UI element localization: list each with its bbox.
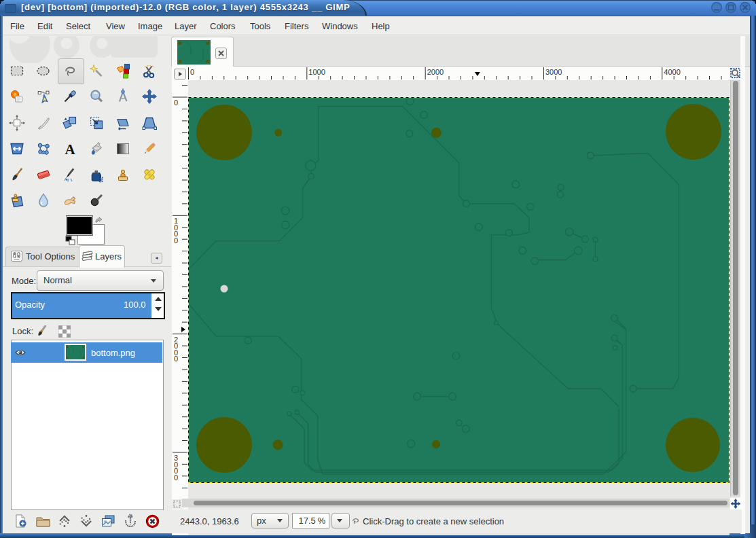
svg-text:2000: 2000: [427, 68, 444, 76]
svg-text:4000: 4000: [664, 68, 680, 76]
svg-text:A: A: [65, 141, 75, 157]
svg-text:0: 0: [174, 473, 178, 482]
svg-text:0: 0: [190, 68, 194, 76]
svg-text:0: 0: [174, 236, 178, 245]
svg-text:3000: 3000: [545, 68, 562, 76]
svg-text:0: 0: [174, 98, 178, 107]
svg-text:1000: 1000: [308, 68, 325, 76]
svg-text:0: 0: [174, 355, 178, 363]
